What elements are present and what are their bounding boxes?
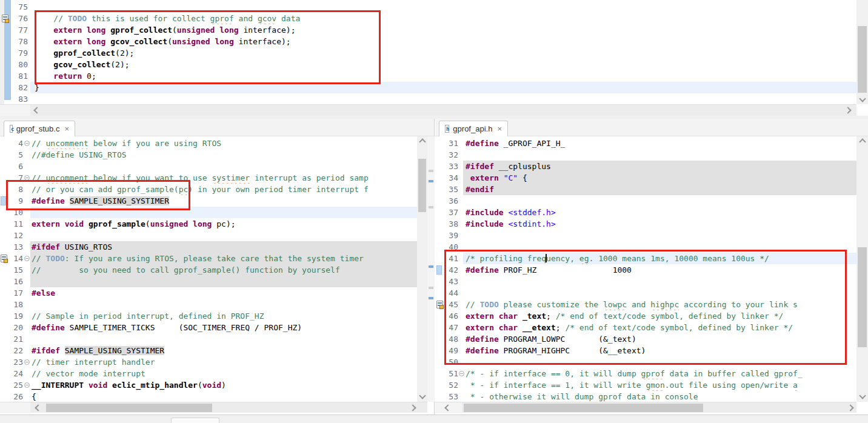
overview-ruler-mark[interactable] [429,206,433,208]
code-line[interactable]: // or you can add gprof_sample(pc) in yo… [30,184,417,195]
tab-gprof-api-h[interactable]: h gprof_api.h × [439,121,508,136]
line-number[interactable]: 25 [1,379,23,391]
code-line[interactable] [30,161,417,172]
horizontal-scrollbar[interactable] [435,402,856,413]
fold-collapse-icon[interactable] [24,359,30,365]
code-line[interactable]: #endif [463,184,856,195]
horizontal-scrollbar[interactable] [0,402,427,413]
scroll-left-arrow[interactable] [32,106,42,115]
scroll-down-arrow[interactable] [857,391,867,400]
code-line[interactable] [463,287,856,299]
line-number[interactable]: 34 [440,172,458,184]
line-number[interactable]: 36 [440,195,458,207]
code-line[interactable]: extern char __etext; /* end of text/code… [463,322,856,333]
overview-ruler-mark[interactable] [429,265,433,268]
line-number[interactable]: 12 [1,230,23,241]
line-number[interactable]: 47 [440,322,458,333]
code-line[interactable]: // TODO please customize the lowpc and h… [463,299,856,310]
line-number[interactable]: 53 [440,391,458,402]
line-number[interactable]: 50 [440,356,458,368]
line-number[interactable]: 18 [1,299,23,310]
fold-collapse-icon[interactable] [459,371,464,376]
line-number[interactable]: 77 [1,24,28,36]
line-number[interactable]: 24 [1,368,23,379]
code-line[interactable]: gcov_collect(2); [30,59,856,70]
line-number[interactable]: 80 [1,59,28,70]
line-number[interactable]: 42 [440,264,458,276]
code-line[interactable] [30,299,417,310]
code-line[interactable]: #ifdef USING_RTOS [30,241,417,253]
code-line[interactable] [30,333,417,345]
code-line[interactable]: extern long gcov_collect(unsigned long i… [30,36,856,47]
code-line[interactable]: } [30,82,856,93]
scroll-down-arrow[interactable] [417,391,427,400]
overview-ruler-mark[interactable] [429,180,433,182]
code-line[interactable]: * - otherwise it will dump gprof data in… [463,391,856,402]
line-number[interactable]: 22 [1,345,23,356]
line-number[interactable]: 31 [440,138,458,149]
line-number[interactable]: 10 [1,207,23,218]
line-number[interactable]: 4 [1,138,23,149]
line-number[interactable]: 13 [1,241,23,253]
tab-close-icon[interactable]: × [497,124,502,133]
line-number[interactable]: 8 [1,184,23,195]
task-marker-icon[interactable] [436,301,443,308]
line-number[interactable]: 46 [440,310,458,322]
code-area[interactable]: // uncomment below if you are using RTOS… [0,138,417,402]
code-line[interactable]: // TODO: If you are using RTOS, please t… [30,253,417,264]
line-number[interactable]: 21 [1,333,23,345]
code-line[interactable]: // so you need to call gprof_sample() fu… [30,264,417,276]
code-line[interactable]: /* profiling frequency, eg. 1000 means 1… [463,253,856,264]
overview-ruler-mark[interactable] [429,297,433,299]
fold-collapse-icon[interactable] [24,382,30,388]
line-number[interactable]: 49 [440,345,458,356]
horizontal-scrollbar[interactable] [0,104,856,116]
code-line[interactable]: #include <stdint.h> [463,218,856,230]
code-line[interactable]: #ifdef __cplusplus [463,161,856,172]
code-line[interactable]: // uncomment below if you are using RTOS [30,138,417,149]
code-line[interactable] [30,207,417,218]
code-line[interactable] [30,276,417,287]
code-line[interactable] [463,195,856,207]
code-line[interactable]: #define _GPROF_API_H_ [463,138,856,149]
fold-collapse-icon[interactable] [24,141,30,146]
vertical-scrollbar[interactable] [856,0,868,104]
line-number[interactable]: 41 [440,253,458,264]
line-number[interactable]: 17 [1,287,23,299]
scrollbar-thumb[interactable] [46,404,212,412]
scrollbar-thumb[interactable] [464,404,703,412]
code-line[interactable] [463,230,856,241]
vertical-scrollbar[interactable] [856,136,868,402]
code-line[interactable]: #define SAMPLE_USING_SYSTIMER [30,195,417,207]
line-number[interactable]: 83 [1,93,28,105]
code-line[interactable] [463,276,856,287]
code-line[interactable]: #define SAMPLE_TIMER_TICKS (SOC_TIMER_FR… [30,322,417,333]
fold-collapse-icon[interactable] [24,256,30,261]
code-line[interactable]: // timer interrupt handler [30,356,417,368]
code-line[interactable]: #ifdef SAMPLE_USING_SYSTIMER [30,345,417,356]
task-marker-icon[interactable] [2,15,8,22]
line-number[interactable]: 52 [440,379,458,391]
annotation-marker-icon[interactable] [1,196,6,205]
line-number[interactable]: 78 [1,36,28,47]
overview-ruler-mark[interactable] [429,287,433,289]
line-number[interactable]: 6 [1,161,23,172]
scroll-left-arrow[interactable] [442,404,453,412]
scroll-right-arrow[interactable] [407,404,418,412]
code-line[interactable]: { [30,391,417,402]
line-number[interactable]: 33 [440,161,458,172]
line-number[interactable]: 32 [440,149,458,161]
line-number[interactable]: 37 [440,207,458,218]
code-line[interactable]: #define PROF_HZ 1000 [463,264,856,276]
line-number[interactable]: 11 [1,218,23,230]
line-number[interactable]: 20 [1,322,23,333]
annotation-marker-icon[interactable] [436,265,442,275]
code-line[interactable]: extern char _text; /* end of text/code s… [463,310,856,322]
code-line[interactable]: // Sample in period interrupt, defined i… [30,310,417,322]
line-number[interactable]: 75 [1,1,28,13]
tab-gprof-stub-c[interactable]: c gprof_stub.c × [4,121,75,136]
line-number[interactable]: 48 [440,333,458,345]
code-line[interactable] [30,230,417,241]
code-area[interactable]: 75 // TODO this is used for collect gpro… [0,0,856,105]
scrollbar-thumb[interactable] [418,159,426,212]
